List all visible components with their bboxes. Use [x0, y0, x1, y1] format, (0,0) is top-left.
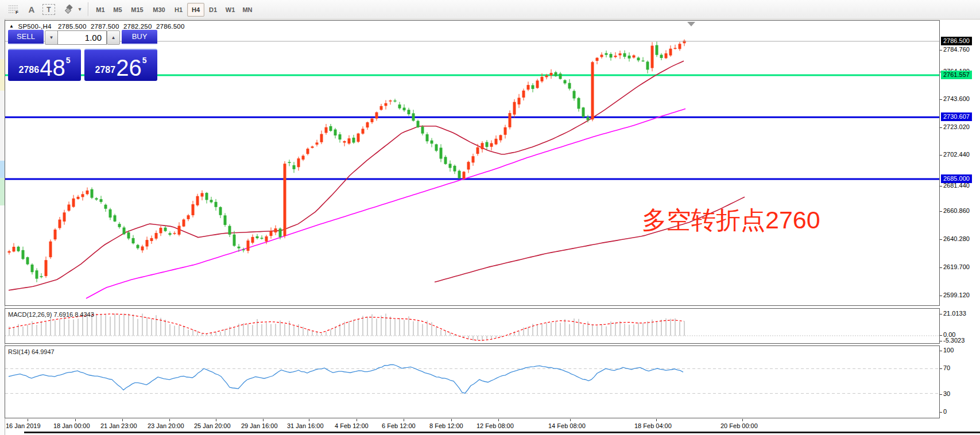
price-level-badge: 2786.500: [941, 37, 972, 45]
grid-f-icon[interactable]: F: [7, 3, 20, 15]
time-tick-label: 6 Feb 12:00: [382, 422, 416, 429]
price-level-badge: 2761.557: [941, 71, 972, 79]
time-tick-label: 21 Jan 23:00: [100, 422, 137, 429]
macd-tick-mark: [940, 314, 942, 314]
one-click-trading-widget: SELL ▼ ▲ BUY 2786 48 5 2787 26 5: [7, 30, 160, 81]
price-tick-mark: [940, 296, 942, 296]
buy-button[interactable]: BUY: [122, 30, 157, 45]
time-tick-label: 18 Feb 04:00: [634, 422, 672, 429]
price-tick-label: 2784.760: [943, 46, 970, 53]
grid-f-glyph: F: [8, 5, 20, 14]
price-tick-label: 2599.120: [943, 292, 970, 298]
time-tick-mark: [404, 419, 404, 421]
symbol-marker-icon: ▲: [9, 24, 14, 29]
timeframe-d1[interactable]: D1: [204, 3, 222, 17]
time-tick-mark: [570, 419, 571, 421]
text-label-icon[interactable]: T: [42, 4, 55, 15]
macd-tick-label: 21.0133: [943, 310, 966, 317]
price-tick-label: 2640.280: [943, 235, 970, 242]
objects-icon[interactable]: [64, 3, 73, 15]
time-tick-mark: [451, 419, 452, 421]
time-tick-label: 8 Feb 12:00: [429, 422, 463, 429]
price-tick-label: 2660.860: [943, 207, 970, 214]
time-tick-label: 29 Jan 16:00: [241, 422, 278, 429]
time-tick-mark: [122, 419, 123, 421]
macd-tick-label: -5.3023: [943, 337, 964, 344]
timeframe-h1[interactable]: H1: [170, 3, 187, 17]
objects-glyph: [64, 5, 73, 14]
volume-decrease-button[interactable]: ▼: [45, 30, 58, 45]
time-tick-label: 25 Jan 20:00: [194, 422, 231, 429]
price-tick-mark: [940, 267, 942, 268]
time-tick-label: 16 Jan 2019: [6, 422, 41, 429]
price-level-badge: 2685.000: [941, 174, 972, 183]
time-tick-label: 14 Feb 08:00: [548, 422, 586, 429]
svg-text:F: F: [16, 10, 18, 14]
timeframe-m15[interactable]: M15: [126, 3, 148, 17]
time-tick-mark: [742, 419, 743, 421]
rsi-tick-label: 30: [943, 390, 950, 397]
time-tick-label: 31 Jan 16:00: [287, 422, 324, 429]
timeframe-m5[interactable]: M5: [109, 3, 126, 17]
macd-panel[interactable]: [5, 308, 940, 344]
ohlc-open: 2785.500: [58, 23, 87, 30]
price-tick-label: 2619.700: [943, 263, 970, 270]
price-tick-mark: [940, 127, 942, 128]
price-tick-mark: [940, 239, 942, 240]
timeframe-m30[interactable]: M30: [148, 3, 170, 17]
rsi-tick-mark: [940, 368, 942, 369]
price-tick-label: 2743.600: [943, 95, 970, 102]
rsi-tick-label: 0: [943, 408, 947, 415]
time-tick-mark: [656, 419, 657, 421]
ohlc-high: 2787.500: [91, 23, 119, 30]
rsi-tick-label: 100: [943, 347, 954, 354]
macd-tick-mark: [940, 335, 942, 336]
toolbar: F A T ▾ M1M5M15M30H1H4D1W1MN: [0, 0, 980, 20]
volume-increase-button[interactable]: ▲: [107, 30, 120, 45]
buy-price-tile[interactable]: 2787 26 5: [84, 49, 157, 81]
time-tick-mark: [263, 419, 264, 421]
time-tick-label: 23 Jan 20:00: [148, 422, 184, 429]
price-tick-label: 2723.020: [943, 123, 970, 130]
price-tick-mark: [940, 99, 942, 100]
volume-input[interactable]: [57, 30, 107, 45]
time-tick-mark: [309, 419, 309, 421]
macd-tick-mark: [940, 341, 942, 341]
buy-price-big: 26: [116, 58, 142, 77]
time-tick-label: 12 Feb 08:00: [477, 422, 514, 429]
macd-label: MACD(12,26,9) 7.6916 8.4343: [8, 311, 94, 318]
price-tick-mark: [940, 50, 942, 51]
buy-price-pip: 5: [142, 56, 147, 65]
font-a-icon[interactable]: A: [26, 3, 37, 15]
ohlc-close: 2786.500: [156, 23, 185, 30]
rsi-panel[interactable]: [5, 345, 940, 418]
timeframe-m1[interactable]: M1: [92, 3, 109, 17]
rsi-tick-mark: [940, 351, 942, 351]
rsi-tick-mark: [940, 412, 942, 413]
sell-price-prefix: 2786: [19, 65, 40, 75]
bottom-window-edge: [24, 432, 980, 433]
chart-annotation-text[interactable]: 多空转折点2760: [642, 208, 820, 232]
time-tick-mark: [498, 419, 499, 421]
chart-header: ▲ SP500-,H4 2785.500 2787.500 2782.250 2…: [9, 23, 185, 30]
time-tick-mark: [169, 419, 170, 421]
time-tick-mark: [357, 419, 357, 421]
objects-dropdown-caret[interactable]: ▾: [76, 3, 83, 15]
timeframe-h4[interactable]: H4: [187, 3, 204, 17]
time-tick-mark: [75, 419, 76, 421]
buy-price-prefix: 2787: [95, 65, 116, 75]
symbol-label: SP500-,H4: [18, 23, 52, 30]
price-tick-mark: [940, 155, 942, 156]
sell-price-pip: 5: [66, 56, 71, 65]
time-tick-mark: [28, 419, 28, 421]
price-tick-mark: [940, 211, 942, 212]
time-tick-label: 4 Feb 12:00: [335, 422, 369, 429]
timeframe-w1[interactable]: W1: [222, 3, 239, 17]
timeframe-mn[interactable]: MN: [239, 3, 256, 17]
sell-price-big: 48: [40, 58, 65, 77]
price-tick-mark: [940, 186, 942, 187]
rsi-label: RSI(14) 64.9947: [8, 348, 55, 355]
sell-button[interactable]: SELL: [8, 30, 44, 45]
sell-price-tile[interactable]: 2786 48 5: [8, 49, 81, 81]
time-tick-label: 20 Feb 00:00: [721, 422, 758, 429]
